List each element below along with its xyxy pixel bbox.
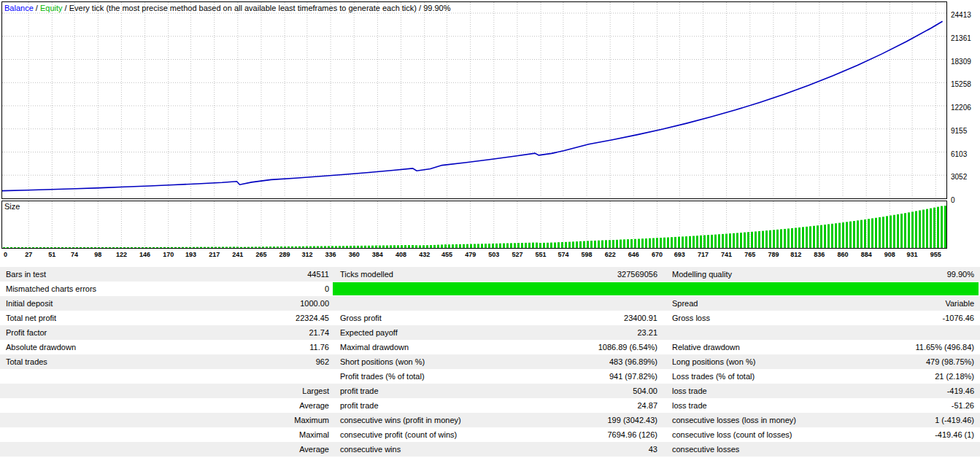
y-tick-label: 12206 <box>951 104 971 112</box>
table-label: Spread <box>660 296 806 311</box>
x-tick-label: 289 <box>279 251 290 258</box>
table-label: consecutive losses <box>660 442 806 457</box>
table-label: Profit factor <box>0 325 182 340</box>
table-value: Average <box>182 398 332 413</box>
table-label: Expected payoff <box>332 325 503 340</box>
table-value: 504.00 <box>503 384 660 398</box>
size-chart: Size <box>1 201 947 249</box>
table-label: consecutive loss (count of losses) <box>660 427 806 442</box>
size-chart-canvas <box>2 201 946 248</box>
charts-column: Balance / Equity / Every tick (the most … <box>1 1 947 260</box>
x-tick-label: 455 <box>441 251 452 258</box>
table-row: Mismatched charts errors0 <box>0 282 980 296</box>
chart-section: Balance / Equity / Every tick (the most … <box>0 0 980 260</box>
table-value: 44511 <box>182 267 332 282</box>
table-label: Mismatched charts errors <box>0 282 182 296</box>
table-value <box>182 369 332 384</box>
table-value: 941 (97.82%) <box>503 369 660 384</box>
x-tick-label: 146 <box>139 251 150 258</box>
table-row: Initial deposit1000.00SpreadVariable <box>0 296 980 311</box>
table-value <box>806 442 980 457</box>
table-value: -419.46 <box>806 384 980 398</box>
x-tick-label: 336 <box>325 251 336 258</box>
legend-balance-label: Balance <box>4 4 34 12</box>
table-value: Average <box>182 442 332 457</box>
x-tick-label: 527 <box>512 251 522 258</box>
x-tick-label: 51 <box>48 251 55 258</box>
table-value: 483 (96.89%) <box>503 354 660 369</box>
table-value <box>806 325 980 340</box>
table-value: 962 <box>182 354 332 369</box>
table-value: 43 <box>503 442 660 457</box>
table-value: 199 (3042.43) <box>503 413 660 427</box>
x-tick-label: 27 <box>25 251 32 258</box>
x-tick-label: 193 <box>185 251 196 258</box>
table-value: 21.74 <box>182 325 332 340</box>
legend-separator: / <box>63 4 69 12</box>
table-value: 0 <box>182 282 332 296</box>
legend-method-text: Every tick (the most precise method base… <box>69 4 417 12</box>
table-label: Relative drawdown <box>660 340 806 354</box>
table-value: 1 (-419.46) <box>806 413 980 427</box>
table-label <box>0 369 182 384</box>
y-tick-label: 21361 <box>951 34 971 42</box>
x-tick-label: 360 <box>349 251 360 258</box>
table-label: Loss trades (% of total) <box>660 369 806 384</box>
table-value: Maximum <box>182 413 332 427</box>
x-tick-label: 479 <box>465 251 476 258</box>
y-tick-label: 24413 <box>951 11 971 19</box>
table-label: consecutive wins <box>332 442 503 457</box>
table-value: Maximal <box>182 427 332 442</box>
table-value: 21 (2.18%) <box>806 369 980 384</box>
table-label: Total net profit <box>0 311 182 325</box>
x-tick-label: 860 <box>837 251 848 258</box>
table-label <box>0 442 182 457</box>
table-row: Profit factor21.74Expected payoff23.21 <box>0 325 980 340</box>
x-axis-labels: 0275174981221461701932172412652893123363… <box>1 249 947 260</box>
x-tick-label: 598 <box>582 251 593 258</box>
table-value: Largest <box>182 384 332 398</box>
x-tick-label: 741 <box>721 251 732 258</box>
table-label <box>0 384 182 398</box>
legend-separator: / <box>417 4 423 12</box>
x-tick-label: 432 <box>419 251 430 258</box>
x-tick-label: 693 <box>674 251 685 258</box>
table-label <box>332 296 503 311</box>
table-value: 22324.45 <box>182 311 332 325</box>
table-label: Bars in test <box>0 267 182 282</box>
table-value: 327569056 <box>503 267 660 282</box>
table-label: Gross loss <box>660 311 806 325</box>
table-value: -1076.46 <box>806 311 980 325</box>
table-value: 1000.00 <box>182 296 332 311</box>
table-label <box>660 325 806 340</box>
table-label <box>0 413 182 427</box>
table-value: 11.76 <box>182 340 332 354</box>
x-tick-label: 908 <box>884 251 895 258</box>
x-tick-label: 503 <box>488 251 499 258</box>
table-label: Short positions (won %) <box>332 354 503 369</box>
x-tick-label: 765 <box>744 251 755 258</box>
table-label: Initial deposit <box>0 296 182 311</box>
table-label: consecutive profit (count of wins) <box>332 427 503 442</box>
x-tick-label: 74 <box>71 251 78 258</box>
table-label: consecutive losses (loss in money) <box>660 413 806 427</box>
x-tick-label: 955 <box>930 251 941 258</box>
table-value: -51.26 <box>806 398 980 413</box>
table-row: Bars in test44511Ticks modelled327569056… <box>0 267 980 282</box>
table-row: Largestprofit trade504.00loss trade-419.… <box>0 384 980 398</box>
results-table: Bars in test44511Ticks modelled327569056… <box>0 267 980 457</box>
table-value: 11.65% (496.84) <box>806 340 980 354</box>
table-label: Long positions (won %) <box>660 354 806 369</box>
table-value: 24.87 <box>503 398 660 413</box>
table-row: Averageconsecutive wins43consecutive los… <box>0 442 980 457</box>
x-tick-label: 884 <box>861 251 872 258</box>
table-row: Averageprofit trade24.87loss trade-51.26 <box>0 398 980 413</box>
table-label <box>0 427 182 442</box>
y-axis-labels: 24413213611830915258122069155610330520 <box>947 1 980 260</box>
x-tick-label: 312 <box>301 251 312 258</box>
table-label: loss trade <box>660 398 806 413</box>
table-row: Maximalconsecutive profit (count of wins… <box>0 427 980 442</box>
x-tick-label: 789 <box>768 251 779 258</box>
x-tick-label: 551 <box>536 251 547 258</box>
x-tick-label: 0 <box>4 251 7 258</box>
